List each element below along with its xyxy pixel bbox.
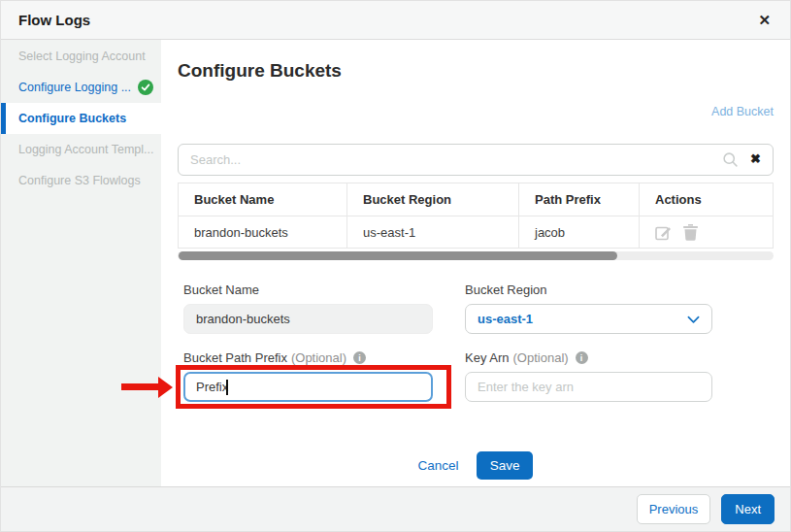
horizontal-scrollbar-thumb[interactable] <box>179 251 617 260</box>
field-key-arn: Key Arn (Optional) i <box>465 350 712 402</box>
add-bucket-link[interactable]: Add Bucket <box>711 105 774 118</box>
configure-buckets-panel: Configure Buckets Add Bucket ✖ Bucket Na… <box>161 40 790 486</box>
add-bucket-row: Add Bucket <box>178 105 774 118</box>
sidebar-item-configure-buckets[interactable]: Configure Buckets <box>1 103 161 134</box>
edit-icon[interactable] <box>655 224 672 241</box>
sidebar-item-label: Configure Logging ... <box>18 81 131 94</box>
flow-logs-modal: Flow Logs ✕ Select Logging Account Confi… <box>0 0 791 532</box>
delete-icon[interactable] <box>683 224 698 241</box>
previous-button[interactable]: Previous <box>637 494 711 524</box>
next-button[interactable]: Next <box>721 494 775 524</box>
key-arn-input[interactable] <box>465 372 712 402</box>
column-header-path-prefix: Path Prefix <box>519 183 640 216</box>
cell-bucket-region: us-east-1 <box>347 216 519 249</box>
column-header-bucket-name: Bucket Name <box>179 183 347 216</box>
column-header-actions: Actions <box>640 183 774 216</box>
table-row: brandon-buckets us-east-1 jacob <box>179 216 774 249</box>
prefix-input-wrap <box>183 372 433 402</box>
search-icon <box>722 151 739 172</box>
bucket-region-label: Bucket Region <box>465 283 712 297</box>
table-header-row: Bucket Name Bucket Region Path Prefix Ac… <box>179 183 774 216</box>
text-cursor <box>226 380 228 395</box>
cell-actions <box>640 216 774 249</box>
chevron-down-icon <box>687 311 700 328</box>
save-button[interactable]: Save <box>477 451 534 480</box>
cancel-button[interactable]: Cancel <box>418 458 459 473</box>
sidebar-item-logging-account-template[interactable]: Logging Account Templ... <box>1 134 161 165</box>
info-icon[interactable]: i <box>353 351 366 364</box>
sidebar-item-label: Logging Account Templ... <box>18 143 153 156</box>
optional-tag: (Optional) <box>291 350 346 365</box>
bucket-search: ✖ <box>178 144 774 176</box>
bucket-name-input <box>183 304 433 334</box>
key-arn-label: Key Arn <box>465 350 510 365</box>
field-bucket-path-prefix: Bucket Path Prefix (Optional) i <box>183 350 433 402</box>
bucket-region-select[interactable]: us-east-1 <box>465 304 712 334</box>
sidebar-item-configure-logging[interactable]: Configure Logging ... <box>1 72 161 103</box>
bucket-name-label: Bucket Name <box>183 283 433 297</box>
close-icon[interactable]: ✕ <box>758 13 771 27</box>
modal-body: Select Logging Account Configure Logging… <box>1 40 790 486</box>
field-bucket-name: Bucket Name <box>183 283 433 334</box>
sidebar-item-select-logging-account[interactable]: Select Logging Account <box>1 41 161 72</box>
bucket-region-value: us-east-1 <box>478 312 533 326</box>
info-icon[interactable]: i <box>576 351 588 364</box>
column-header-bucket-region: Bucket Region <box>347 183 519 216</box>
bucket-form: Bucket Name Bucket Path Prefix (Optional… <box>178 283 774 418</box>
sidebar-item-label: Select Logging Account <box>18 50 146 63</box>
bucket-path-prefix-input[interactable] <box>183 372 433 402</box>
modal-title: Flow Logs <box>18 12 90 28</box>
sidebar-item-label: Configure Buckets <box>18 112 126 125</box>
cell-path-prefix: jacob <box>519 216 640 249</box>
wizard-sidebar: Select Logging Account Configure Logging… <box>1 40 161 486</box>
cell-bucket-name: brandon-buckets <box>179 216 347 249</box>
check-circle-icon <box>138 80 153 95</box>
bucket-path-prefix-label: Bucket Path Prefix <box>183 350 287 365</box>
optional-tag: (Optional) <box>513 350 569 365</box>
horizontal-scrollbar-track[interactable] <box>178 251 774 260</box>
field-bucket-region: Bucket Region us-east-1 <box>465 283 712 334</box>
sidebar-item-configure-s3-flowlogs[interactable]: Configure S3 Flowlogs <box>1 165 161 196</box>
search-input[interactable] <box>178 144 774 176</box>
sidebar-item-label: Configure S3 Flowlogs <box>18 174 141 187</box>
search-clear-icon[interactable]: ✖ <box>750 151 761 166</box>
page-title: Configure Buckets <box>178 60 774 82</box>
modal-header: Flow Logs ✕ <box>1 1 790 40</box>
buckets-table: Bucket Name Bucket Region Path Prefix Ac… <box>178 183 774 249</box>
form-actions: Cancel Save <box>178 451 774 480</box>
modal-footer: Previous Next <box>1 486 790 531</box>
